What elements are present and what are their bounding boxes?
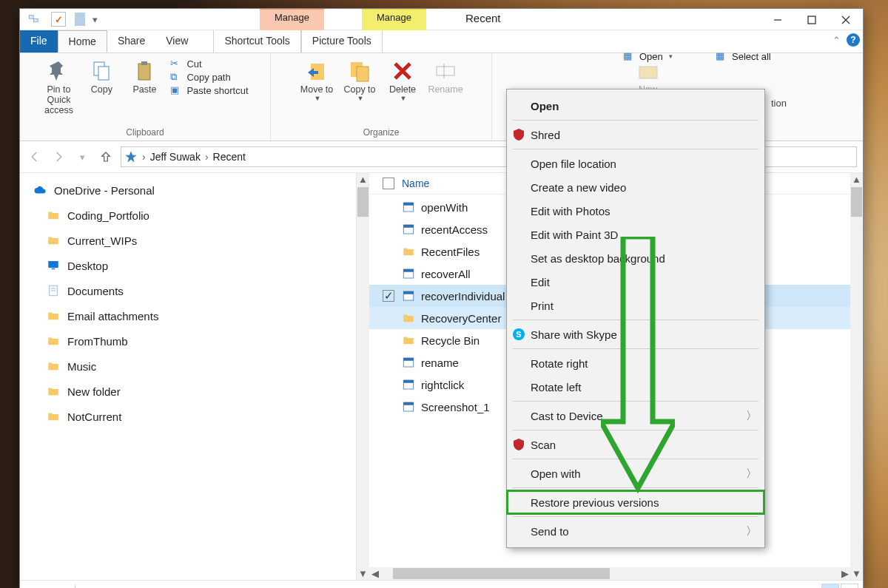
menu-separator bbox=[513, 120, 758, 121]
view-details-button[interactable] bbox=[821, 584, 839, 588]
menu-item[interactable]: Edit with Photos bbox=[507, 199, 764, 223]
svg-rect-31 bbox=[403, 291, 414, 294]
file-name: RecentFiles bbox=[421, 246, 480, 258]
breadcrumb-user[interactable]: Jeff Suwak bbox=[150, 151, 201, 163]
qat-properties-icon[interactable]: ✓ bbox=[51, 12, 66, 27]
pin-to-quick-access-button[interactable]: Pin to Quick access bbox=[37, 56, 80, 118]
submenu-arrow-icon: 〉 bbox=[746, 409, 757, 423]
menu-item[interactable]: Restore previous versions bbox=[507, 490, 764, 514]
submenu-arrow-icon: 〉 bbox=[746, 524, 757, 538]
collapse-ribbon-icon[interactable]: ⌃ bbox=[832, 35, 841, 46]
open-dropdown[interactable]: ▦ Open▾ bbox=[623, 50, 673, 62]
folder-icon bbox=[402, 311, 415, 325]
paste-icon bbox=[132, 59, 156, 83]
file-name: rename bbox=[421, 356, 459, 369]
select-all-checkbox[interactable] bbox=[383, 178, 394, 189]
hscroll-thumb[interactable] bbox=[393, 568, 610, 579]
row-checkbox[interactable]: ✓ bbox=[383, 290, 394, 302]
nav-item[interactable]: Current_WIPs bbox=[30, 228, 356, 253]
menu-item[interactable]: Send to〉 bbox=[507, 519, 764, 543]
menu-item[interactable]: Open with〉 bbox=[507, 462, 764, 485]
back-button[interactable] bbox=[26, 148, 44, 166]
copy-icon bbox=[90, 59, 113, 83]
menu-separator bbox=[513, 149, 758, 149]
column-name[interactable]: Name bbox=[402, 178, 429, 189]
move-to-button[interactable]: Move to▼ bbox=[295, 56, 338, 105]
tab-home[interactable]: Home bbox=[58, 30, 107, 53]
svg-rect-29 bbox=[403, 269, 414, 272]
menu-item[interactable]: Cast to Device〉 bbox=[507, 404, 764, 428]
navpane-scrollbar[interactable]: ▲ ▼ bbox=[357, 173, 369, 580]
nav-item[interactable]: Music bbox=[30, 354, 356, 379]
copy-path-button[interactable]: ⧉Copy path bbox=[170, 71, 248, 83]
close-button[interactable] bbox=[829, 9, 863, 31]
tab-file[interactable]: File bbox=[20, 30, 58, 53]
paste-shortcut-button[interactable]: ▣Paste shortcut bbox=[170, 84, 248, 96]
file-name: openWith bbox=[421, 201, 468, 214]
help-icon[interactable]: ? bbox=[847, 33, 860, 47]
menu-item-label: Create a new video bbox=[531, 181, 626, 194]
select-all-icon: ▦ bbox=[716, 50, 727, 62]
nav-item[interactable]: New folder bbox=[30, 379, 356, 404]
nav-item-label: New folder bbox=[67, 385, 121, 398]
tab-view[interactable]: View bbox=[155, 30, 198, 53]
scroll-down-icon[interactable]: ▼ bbox=[357, 567, 369, 580]
nav-item-label: OneDrive - Personal bbox=[54, 184, 155, 197]
rename-icon bbox=[434, 59, 457, 83]
paste-button[interactable]: Paste bbox=[123, 56, 166, 98]
nav-item[interactable]: Coding_Portfolio bbox=[30, 203, 356, 228]
nav-item[interactable]: Documents bbox=[30, 278, 356, 303]
nav-item-label: Coding_Portfolio bbox=[67, 209, 149, 222]
cut-button[interactable]: ✂Cut bbox=[170, 58, 248, 70]
nav-item-label: NotCurrent bbox=[67, 410, 121, 423]
horizontal-scrollbar[interactable]: ◀▶ bbox=[369, 567, 850, 580]
nav-item[interactable]: NotCurrent bbox=[30, 404, 356, 429]
menu-item[interactable]: Rotate right bbox=[507, 351, 764, 375]
content-scrollbar[interactable]: ▲▼ bbox=[850, 173, 863, 580]
breadcrumb-location[interactable]: Recent bbox=[213, 151, 246, 163]
maximize-button[interactable] bbox=[795, 9, 829, 31]
rename-button[interactable]: Rename bbox=[424, 56, 467, 98]
navigation-pane[interactable]: OneDrive - PersonalCoding_PortfolioCurre… bbox=[20, 173, 357, 580]
menu-item[interactable]: Create a new video bbox=[507, 175, 764, 199]
tab-share[interactable]: Share bbox=[107, 30, 155, 53]
menu-item[interactable]: Shred bbox=[507, 123, 764, 146]
scroll-up-icon[interactable]: ▲ bbox=[357, 173, 369, 186]
menu-item[interactable]: SShare with Skype bbox=[507, 322, 764, 346]
image-file-icon bbox=[402, 378, 415, 391]
qat-files-icon[interactable] bbox=[75, 13, 85, 26]
view-thumbnails-button[interactable] bbox=[841, 584, 858, 588]
menu-item-label: Rotate left bbox=[531, 381, 581, 393]
menu-item[interactable]: Print bbox=[507, 294, 764, 317]
menu-item[interactable]: Set as desktop background bbox=[507, 246, 764, 270]
svg-text:S: S bbox=[516, 330, 521, 339]
tab-picture-tools[interactable]: Picture Tools bbox=[301, 30, 383, 53]
menu-item[interactable]: Scan bbox=[507, 433, 764, 456]
menu-item[interactable]: Open bbox=[507, 94, 764, 118]
up-button[interactable] bbox=[97, 148, 115, 166]
delete-button[interactable]: Delete▼ bbox=[381, 56, 424, 105]
nav-item[interactable]: Email attachments bbox=[30, 303, 356, 328]
recent-locations-caret[interactable]: ▾ bbox=[73, 148, 91, 166]
scroll-thumb[interactable] bbox=[357, 187, 369, 217]
nav-item[interactable]: FromThumb bbox=[30, 328, 356, 354]
quick-access-icon bbox=[124, 150, 138, 163]
select-all-button[interactable]: ▦ Select all bbox=[716, 50, 771, 62]
group-label-organize: Organize bbox=[363, 126, 400, 139]
tab-shortcut-tools[interactable]: Shortcut Tools bbox=[213, 30, 300, 53]
menu-item[interactable]: Open file location bbox=[507, 152, 764, 175]
menu-item[interactable]: Edit bbox=[507, 270, 764, 294]
menu-item[interactable]: Rotate left bbox=[507, 375, 764, 399]
copy-button[interactable]: Copy bbox=[80, 56, 123, 98]
minimize-button[interactable] bbox=[761, 9, 795, 31]
menu-separator bbox=[513, 320, 758, 320]
svg-rect-0 bbox=[29, 16, 33, 19]
qat-customize-caret[interactable]: ▾ bbox=[92, 14, 98, 25]
menu-item-label: Edit with Paint 3D bbox=[531, 229, 618, 241]
copy-to-button[interactable]: Copy to▼ bbox=[338, 56, 381, 105]
nav-item[interactable]: OneDrive - Personal bbox=[30, 178, 356, 203]
file-name: RecoveryCenter bbox=[421, 312, 501, 325]
forward-button[interactable] bbox=[50, 148, 67, 166]
nav-item[interactable]: Desktop bbox=[30, 253, 356, 278]
menu-item[interactable]: Edit with Paint 3D bbox=[507, 223, 764, 246]
